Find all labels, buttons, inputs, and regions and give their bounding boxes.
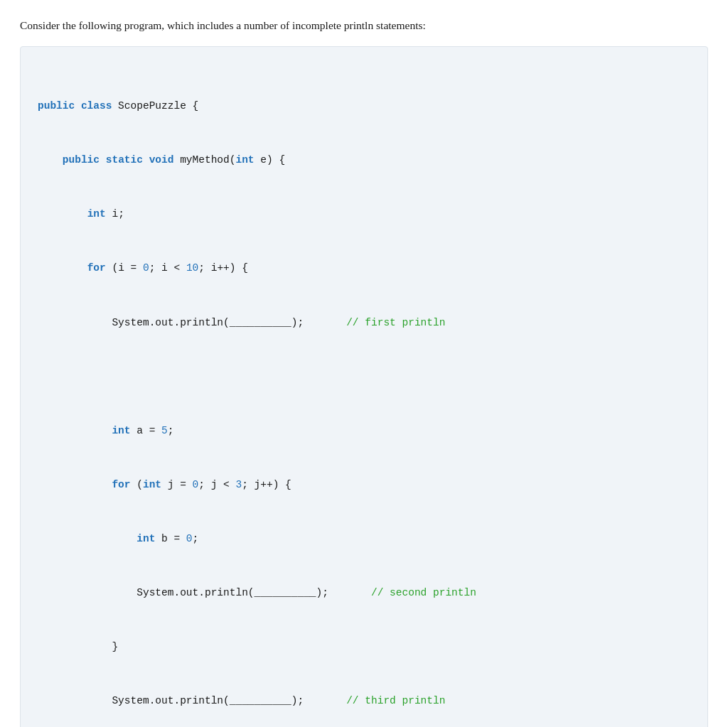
code-line-4: for (i = 0; i < 10; i++) { (38, 259, 690, 277)
code-content: int i; (38, 205, 124, 223)
code-line-2: public static void myMethod(int e) { (38, 151, 690, 169)
code-line-1: public class ScopePuzzle { (38, 97, 690, 115)
code-line-5: System.out.println(__________); // first… (38, 314, 690, 332)
code-content: System.out.println(__________); (38, 584, 328, 602)
code-content: System.out.println(__________); (38, 314, 304, 332)
code-line-9: System.out.println(__________); // secon… (38, 584, 690, 602)
code-line-6: int a = 5; (38, 422, 690, 440)
comment-first: // first println (346, 314, 445, 332)
comment-second: // second println (371, 584, 476, 602)
code-content (38, 368, 44, 386)
code-line-8: int b = 0; (38, 530, 690, 548)
code-content: int b = 0; (38, 530, 198, 548)
code-content: for (int j = 0; j < 3; j++) { (38, 476, 291, 494)
code-content: public class ScopePuzzle { (38, 97, 198, 115)
code-block: public class ScopePuzzle { public static… (20, 46, 708, 727)
code-line-11: System.out.println(__________); // third… (38, 692, 690, 710)
code-content: public static void myMethod(int e) { (38, 151, 285, 169)
code-line-blank1 (38, 368, 690, 386)
code-content: System.out.println(__________); (38, 692, 304, 710)
code-content: for (i = 0; i < 10; i++) { (38, 259, 248, 277)
code-line-3: int i; (38, 205, 690, 223)
code-line-7: for (int j = 0; j < 3; j++) { (38, 476, 690, 494)
code-line-10: } (38, 638, 690, 656)
code-content: } (38, 638, 118, 656)
comment-third: // third println (346, 692, 445, 710)
code-content: int a = 5; (38, 422, 173, 440)
intro-text: Consider the following program, which in… (20, 17, 708, 33)
